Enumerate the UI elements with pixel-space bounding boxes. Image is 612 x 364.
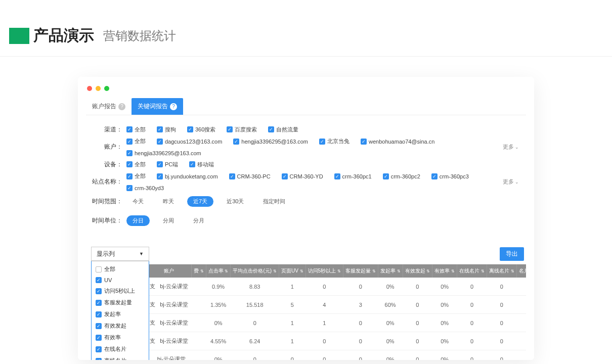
export-button[interactable]: 导出 bbox=[500, 247, 524, 261]
column-option[interactable]: ✓在线名片 bbox=[92, 343, 149, 355]
option-label: hengjia3396295@163.com bbox=[241, 139, 308, 145]
cell: 0% bbox=[378, 350, 403, 360]
table-header[interactable]: 访问5秒以上 ⇅ bbox=[305, 264, 343, 278]
cell-account: 支 bj-云朵课堂 bbox=[147, 296, 191, 314]
time-unit-option[interactable]: 分周 bbox=[157, 215, 180, 226]
time-range-option[interactable]: 指定时间 bbox=[257, 196, 291, 207]
checkbox-icon: ✓ bbox=[157, 139, 163, 145]
site-option[interactable]: ✓crm-360pc1 bbox=[334, 173, 372, 179]
cell: 0% bbox=[206, 314, 231, 332]
site-option[interactable]: ✓CRM-360-YD bbox=[282, 173, 323, 179]
account-option[interactable]: ✓dagcuos123@163.com bbox=[157, 139, 222, 145]
checkbox-icon: ✓ bbox=[157, 126, 163, 132]
channel-option[interactable]: ✓自然流量 bbox=[268, 126, 298, 133]
table-header[interactable]: 离线名片 ⇅ bbox=[487, 264, 516, 278]
cell: 0 bbox=[343, 278, 378, 296]
table-header[interactable]: 发起率 ⇅ bbox=[378, 264, 403, 278]
tab-keyword-report[interactable]: 关键词报告 ? bbox=[132, 98, 183, 115]
more-toggle[interactable]: 更多⌄ bbox=[503, 143, 521, 151]
table-header[interactable]: 在线名片 ⇅ bbox=[457, 264, 487, 278]
table-header[interactable]: 有效发起 ⇅ bbox=[403, 264, 432, 278]
table-header[interactable]: 有效率 ⇅ bbox=[432, 264, 457, 278]
report-tabs: 账户报告 ? 关键词报告 ? bbox=[86, 98, 526, 115]
table-header[interactable]: 账户 bbox=[147, 264, 191, 278]
cell: 0 bbox=[343, 350, 378, 360]
cell: 0 bbox=[403, 278, 432, 296]
cell: 1 bbox=[279, 332, 305, 350]
channel-option[interactable]: ✓360搜索 bbox=[187, 126, 215, 133]
device-option[interactable]: ✓PC端 bbox=[157, 161, 178, 168]
filter-label-unit: 时间单位： bbox=[91, 216, 126, 225]
cell: 8.83 bbox=[231, 278, 279, 296]
checkbox-icon: ✓ bbox=[96, 335, 102, 341]
checkbox-icon: ✓ bbox=[96, 346, 102, 352]
table-header[interactable]: 费 ⇅ bbox=[191, 264, 206, 278]
cell: 4.55% bbox=[206, 332, 231, 350]
column-option[interactable]: ✓发起率 bbox=[92, 308, 149, 320]
tab-account-report[interactable]: 账户报告 ? bbox=[86, 98, 132, 115]
device-option[interactable]: ✓全部 bbox=[126, 161, 146, 168]
column-option[interactable]: ✓UV bbox=[92, 275, 149, 285]
account-option[interactable]: ✓全部 bbox=[126, 138, 146, 145]
option-label: 北京当兔 bbox=[327, 138, 349, 145]
column-option-label: 在线名片 bbox=[104, 345, 126, 353]
table-header[interactable]: 点击率 ⇅ bbox=[206, 264, 231, 278]
table-toolbar: 显示列 ▼ 全部✓UV✓访问5秒以上✓客服发起量✓发起率✓有效发起✓有效率✓在线… bbox=[91, 247, 526, 261]
device-option[interactable]: ✓移动端 bbox=[189, 161, 214, 168]
site-option[interactable]: ✓crm-360yd3 bbox=[126, 185, 164, 191]
column-option[interactable]: ✓访问5秒以上 bbox=[92, 285, 149, 297]
checkbox-icon: ✓ bbox=[126, 161, 133, 167]
window-dots bbox=[86, 84, 526, 98]
account-option[interactable]: ✓wenbohuamao74@sina.cn bbox=[361, 139, 434, 145]
help-icon[interactable]: ? bbox=[118, 103, 125, 110]
option-label: 搜狗 bbox=[165, 126, 176, 133]
sort-icon: ⇅ bbox=[481, 269, 485, 274]
column-option[interactable]: 全部 bbox=[92, 263, 149, 275]
column-option-label: UV bbox=[104, 277, 112, 283]
channel-option[interactable]: ✓百度搜索 bbox=[227, 126, 257, 133]
column-option[interactable]: ✓离线名片 bbox=[92, 355, 149, 360]
cell: 0% bbox=[378, 332, 403, 350]
time-range-option[interactable]: 近30天 bbox=[221, 196, 250, 207]
column-select[interactable]: 显示列 ▼ bbox=[91, 247, 149, 261]
cell: 0 bbox=[457, 296, 487, 314]
option-label: crm-360pc1 bbox=[342, 173, 372, 179]
table-row: 支 bj-云朵课堂0%01100%00%000% bbox=[147, 314, 526, 332]
site-option[interactable]: ✓全部 bbox=[126, 172, 146, 180]
time-range-option[interactable]: 近7天 bbox=[187, 196, 213, 207]
time-range-option[interactable]: 今天 bbox=[126, 196, 150, 207]
column-option[interactable]: ✓客服发起量 bbox=[92, 297, 149, 308]
time-unit-option[interactable]: 分月 bbox=[187, 215, 210, 226]
more-toggle[interactable]: 更多⌄ bbox=[503, 178, 521, 186]
time-range-option[interactable]: 昨天 bbox=[157, 196, 180, 207]
cell: 0% bbox=[378, 278, 403, 296]
table-header[interactable]: 客服发起量 ⇅ bbox=[343, 264, 378, 278]
cell: 0% bbox=[516, 332, 526, 350]
filter-label-site: 站点名称： bbox=[91, 177, 126, 186]
account-option[interactable]: ✓北京当兔 bbox=[319, 138, 349, 145]
time-unit-option[interactable]: 分日 bbox=[126, 215, 150, 226]
account-option[interactable]: ✓hengjia3396295@163.com bbox=[233, 139, 308, 145]
dot-red bbox=[87, 86, 92, 91]
site-option[interactable]: ✓bj.yunduoketang.com bbox=[157, 173, 218, 179]
table-header[interactable]: 名片索取率 bbox=[516, 264, 526, 278]
cell bbox=[191, 350, 206, 360]
option-label: 自然流量 bbox=[276, 126, 298, 133]
site-option[interactable]: ✓crm-360pc3 bbox=[431, 173, 469, 179]
account-option[interactable]: ✓hengjia3396295@163.com bbox=[126, 150, 201, 156]
column-option[interactable]: ✓有效发起 bbox=[92, 320, 149, 332]
help-icon[interactable]: ? bbox=[170, 103, 177, 110]
site-option[interactable]: ✓CRM-360-PC bbox=[229, 173, 271, 179]
checkbox-icon: ✓ bbox=[126, 150, 133, 156]
channel-option[interactable]: ✓全部 bbox=[126, 126, 146, 133]
table-header[interactable]: 平均点击价格(元) ⇅ bbox=[231, 264, 279, 278]
table-row: 支 bj-云朵课堂0.9%8.831000%00%000% bbox=[147, 278, 526, 296]
cell: 1.35% bbox=[206, 296, 231, 314]
site-option[interactable]: ✓crm-360pc2 bbox=[383, 173, 420, 179]
channel-option[interactable]: ✓搜狗 bbox=[157, 126, 176, 133]
sort-icon: ⇅ bbox=[451, 269, 455, 274]
table-header[interactable]: 页面UV ⇅ bbox=[279, 264, 305, 278]
sort-icon: ⇅ bbox=[511, 269, 514, 274]
column-option[interactable]: ✓有效率 bbox=[92, 332, 149, 343]
cell: 0 bbox=[305, 350, 343, 360]
